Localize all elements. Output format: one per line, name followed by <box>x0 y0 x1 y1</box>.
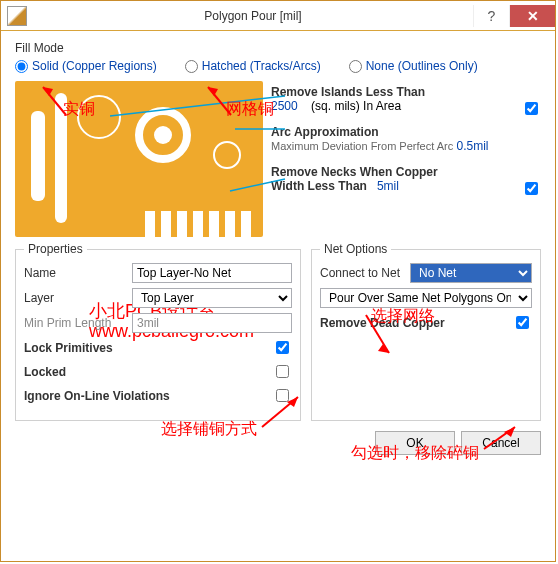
pour-select[interactable]: Pour Over Same Net Polygons Only <box>320 288 532 308</box>
netoptions-legend: Net Options <box>320 242 391 256</box>
radio-solid-input[interactable] <box>15 60 28 73</box>
fill-mode-row: Solid (Copper Regions) Hatched (Tracks/A… <box>15 59 541 73</box>
radio-hatched-label: Hatched (Tracks/Arcs) <box>202 59 321 73</box>
name-field: Name <box>24 263 292 283</box>
ignore-checkbox[interactable] <box>276 389 289 402</box>
window-title: Polygon Pour [mil] <box>33 9 473 23</box>
lockprim-field: Lock Primitives <box>24 338 292 357</box>
radio-none-label: None (Outlines Only) <box>366 59 478 73</box>
layer-select[interactable]: Top Layer <box>132 288 292 308</box>
netoptions-group: Net Options Connect to Net No Net Pour O… <box>311 249 541 421</box>
preview-row: Remove Islands Less Than 2500 (sq. mils)… <box>15 81 541 237</box>
window-buttons: ? ✕ <box>473 5 555 27</box>
radio-solid-label: Solid (Copper Regions) <box>32 59 157 73</box>
minlen-label: Min Prim Length <box>24 316 132 330</box>
connect-label: Connect to Net <box>320 266 410 280</box>
fill-mode-label: Fill Mode <box>15 41 541 55</box>
locked-label: Locked <box>24 365 272 379</box>
lockprim-checkbox[interactable] <box>276 341 289 354</box>
app-icon <box>7 6 27 26</box>
pour-field: Pour Over Same Net Polygons Only <box>320 288 532 308</box>
locked-field: Locked <box>24 362 292 381</box>
layer-label: Layer <box>24 291 132 305</box>
minlen-field: Min Prim Length <box>24 313 292 333</box>
cancel-button[interactable]: Cancel <box>461 431 541 455</box>
name-label: Name <box>24 266 132 280</box>
dialog-body: Fill Mode Solid (Copper Regions) Hatched… <box>1 31 555 421</box>
dialog-window: Polygon Pour [mil] ? ✕ Fill Mode Solid (… <box>0 0 556 562</box>
columns: Properties Name Layer Top Layer Min Prim… <box>15 237 541 421</box>
ok-button[interactable]: OK <box>375 431 455 455</box>
dead-label: Remove Dead Copper <box>320 316 512 330</box>
lockprim-label: Lock Primitives <box>24 341 272 355</box>
dead-field: Remove Dead Copper <box>320 313 532 332</box>
connect-select[interactable]: No Net <box>410 263 532 283</box>
radio-solid[interactable]: Solid (Copper Regions) <box>15 59 157 73</box>
necks-value[interactable]: 5mil <box>377 179 399 193</box>
connect-field: Connect to Net No Net <box>320 263 532 283</box>
necks-checkbox[interactable] <box>525 182 538 195</box>
radio-hatched[interactable]: Hatched (Tracks/Arcs) <box>185 59 321 73</box>
radio-none-input[interactable] <box>349 60 362 73</box>
locked-checkbox[interactable] <box>276 365 289 378</box>
radio-hatched-input[interactable] <box>185 60 198 73</box>
ignore-field: Ignore On-Line Violations <box>24 386 292 405</box>
button-row: OK Cancel <box>1 421 555 465</box>
minlen-input <box>132 313 292 333</box>
close-button[interactable]: ✕ <box>509 5 555 27</box>
properties-group: Properties Name Layer Top Layer Min Prim… <box>15 249 301 421</box>
name-input[interactable] <box>132 263 292 283</box>
help-button[interactable]: ? <box>473 5 509 27</box>
titlebar: Polygon Pour [mil] ? ✕ <box>1 1 555 31</box>
arc-value[interactable]: 0.5mil <box>457 139 489 153</box>
properties-legend: Properties <box>24 242 87 256</box>
polygon-preview <box>15 81 263 237</box>
islands-checkbox[interactable] <box>525 102 538 115</box>
ignore-label: Ignore On-Line Violations <box>24 389 272 403</box>
dead-checkbox[interactable] <box>516 316 529 329</box>
radio-none[interactable]: None (Outlines Only) <box>349 59 478 73</box>
layer-field: Layer Top Layer <box>24 288 292 308</box>
